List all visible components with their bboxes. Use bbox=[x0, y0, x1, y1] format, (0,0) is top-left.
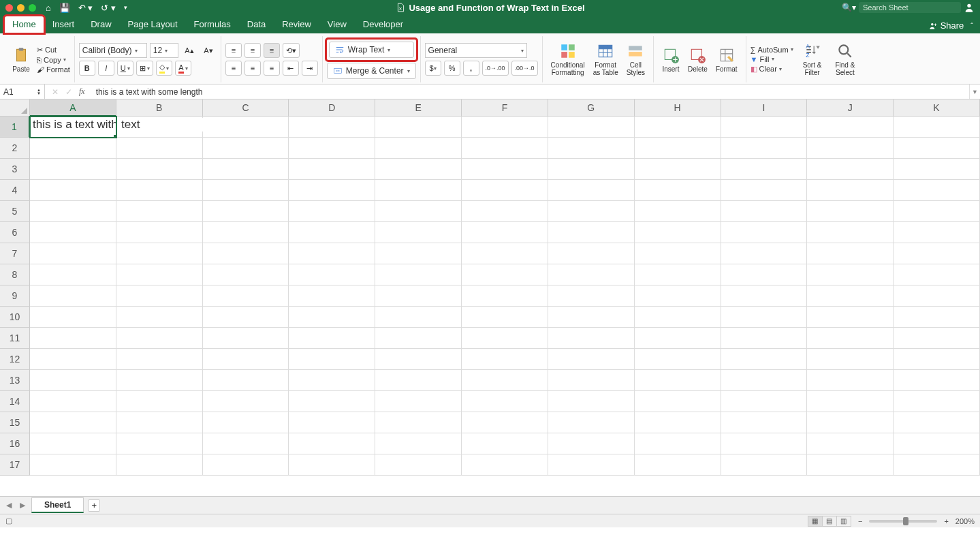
cell-F1[interactable] bbox=[462, 117, 548, 138]
tab-review[interactable]: Review bbox=[274, 16, 319, 33]
paste-button[interactable]: Paste bbox=[8, 45, 34, 74]
cell-A9[interactable] bbox=[30, 285, 116, 307]
cell-F14[interactable] bbox=[462, 391, 548, 412]
cell-F13[interactable] bbox=[462, 370, 548, 391]
cell-A5[interactable] bbox=[30, 201, 116, 222]
formula-input[interactable]: this is a text with some length bbox=[92, 84, 969, 99]
column-header-D[interactable]: D bbox=[289, 99, 375, 117]
cell-I1[interactable] bbox=[721, 117, 808, 138]
cell-K8[interactable] bbox=[894, 264, 980, 285]
cell-A17[interactable] bbox=[30, 454, 116, 476]
cell-D2[interactable] bbox=[289, 138, 375, 159]
share-button[interactable]: Share bbox=[928, 20, 964, 31]
cell-I14[interactable] bbox=[721, 391, 808, 412]
zoom-slider[interactable] bbox=[869, 520, 937, 523]
undo-icon[interactable]: ↶ ▾ bbox=[78, 3, 93, 13]
column-header-K[interactable]: K bbox=[894, 99, 980, 117]
page-break-view-icon[interactable]: ▥ bbox=[836, 516, 851, 527]
cell-I13[interactable] bbox=[721, 370, 808, 391]
row-header-12[interactable]: 12 bbox=[0, 349, 30, 370]
cut-button[interactable]: ✂Cut bbox=[37, 46, 70, 55]
cell-E6[interactable] bbox=[375, 222, 462, 243]
cell-C13[interactable] bbox=[203, 370, 289, 391]
decrease-indent-icon[interactable]: ⇤ bbox=[283, 61, 299, 76]
cell-H8[interactable] bbox=[635, 264, 721, 285]
cell-E3[interactable] bbox=[375, 159, 462, 180]
comma-icon[interactable]: , bbox=[463, 61, 479, 76]
column-header-G[interactable]: G bbox=[548, 99, 635, 117]
cell-H15[interactable] bbox=[635, 412, 721, 433]
cell-H3[interactable] bbox=[635, 159, 721, 180]
cell-D3[interactable] bbox=[289, 159, 375, 180]
cell-E1[interactable] bbox=[375, 117, 462, 138]
align-right-icon[interactable]: ≡ bbox=[264, 61, 280, 76]
cell-D7[interactable] bbox=[289, 243, 375, 264]
cell-D10[interactable] bbox=[289, 307, 375, 328]
cell-B10[interactable] bbox=[116, 307, 203, 328]
cell-F10[interactable] bbox=[462, 307, 548, 328]
cell-A15[interactable] bbox=[30, 412, 116, 433]
cell-J2[interactable] bbox=[807, 138, 894, 159]
sheet-nav-next[interactable]: ▶ bbox=[18, 501, 27, 510]
cell-K1[interactable] bbox=[894, 117, 980, 138]
cell-K11[interactable] bbox=[894, 328, 980, 349]
cell-H13[interactable] bbox=[635, 370, 721, 391]
underline-button[interactable]: U▾ bbox=[117, 61, 133, 76]
cell-C7[interactable] bbox=[203, 243, 289, 264]
align-left-icon[interactable]: ≡ bbox=[225, 61, 242, 76]
italic-button[interactable]: I bbox=[98, 61, 114, 76]
cell-K9[interactable] bbox=[894, 285, 980, 307]
tab-view[interactable]: View bbox=[319, 16, 355, 33]
row-header-13[interactable]: 13 bbox=[0, 370, 30, 391]
cell-J5[interactable] bbox=[807, 201, 894, 222]
cell-I11[interactable] bbox=[721, 328, 808, 349]
fill-button[interactable]: ▼Fill▾ bbox=[750, 55, 793, 63]
border-button[interactable]: ⊞▾ bbox=[136, 61, 153, 76]
cell-G15[interactable] bbox=[548, 412, 635, 433]
sheet-tab-sheet1[interactable]: Sheet1 bbox=[31, 497, 84, 513]
cell-D6[interactable] bbox=[289, 222, 375, 243]
increase-indent-icon[interactable]: ⇥ bbox=[302, 61, 318, 76]
font-size-select[interactable]: 12▾ bbox=[150, 43, 178, 58]
cell-B8[interactable] bbox=[116, 264, 203, 285]
cell-K3[interactable] bbox=[894, 159, 980, 180]
cell-E12[interactable] bbox=[375, 349, 462, 370]
format-cells-button[interactable]: Format bbox=[712, 45, 742, 74]
cell-styles-button[interactable]: Cell Styles bbox=[622, 41, 649, 78]
cell-D8[interactable] bbox=[289, 264, 375, 285]
row-header-3[interactable]: 3 bbox=[0, 159, 30, 180]
maximize-window-button[interactable] bbox=[29, 4, 36, 12]
cell-K14[interactable] bbox=[894, 391, 980, 412]
cell-E17[interactable] bbox=[375, 454, 462, 476]
close-window-button[interactable] bbox=[5, 4, 13, 12]
tab-developer[interactable]: Developer bbox=[355, 16, 411, 33]
cell-F5[interactable] bbox=[462, 201, 548, 222]
align-middle-icon[interactable]: ≡ bbox=[244, 43, 261, 58]
cell-D1[interactable] bbox=[289, 117, 375, 138]
cell-F12[interactable] bbox=[462, 349, 548, 370]
cell-B14[interactable] bbox=[116, 391, 203, 412]
cell-B4[interactable] bbox=[116, 180, 203, 201]
cell-F6[interactable] bbox=[462, 222, 548, 243]
cell-K5[interactable] bbox=[894, 201, 980, 222]
align-bottom-icon[interactable]: ≡ bbox=[264, 43, 280, 58]
cell-J1[interactable] bbox=[807, 117, 894, 138]
expand-formula-bar-icon[interactable]: ▼ bbox=[969, 84, 980, 99]
cell-D13[interactable] bbox=[289, 370, 375, 391]
cell-K15[interactable] bbox=[894, 412, 980, 433]
row-header-17[interactable]: 17 bbox=[0, 454, 30, 476]
cell-D12[interactable] bbox=[289, 349, 375, 370]
cell-C17[interactable] bbox=[203, 454, 289, 476]
cell-G17[interactable] bbox=[548, 454, 635, 476]
cell-J17[interactable] bbox=[807, 454, 894, 476]
cell-G7[interactable] bbox=[548, 243, 635, 264]
cell-G2[interactable] bbox=[548, 138, 635, 159]
cell-E2[interactable] bbox=[375, 138, 462, 159]
cell-B2[interactable] bbox=[116, 138, 203, 159]
cell-G12[interactable] bbox=[548, 349, 635, 370]
cell-F11[interactable] bbox=[462, 328, 548, 349]
column-header-C[interactable]: C bbox=[203, 99, 289, 117]
cell-J15[interactable] bbox=[807, 412, 894, 433]
qat-customize-icon[interactable]: ▾ bbox=[124, 4, 127, 11]
cell-G4[interactable] bbox=[548, 180, 635, 201]
